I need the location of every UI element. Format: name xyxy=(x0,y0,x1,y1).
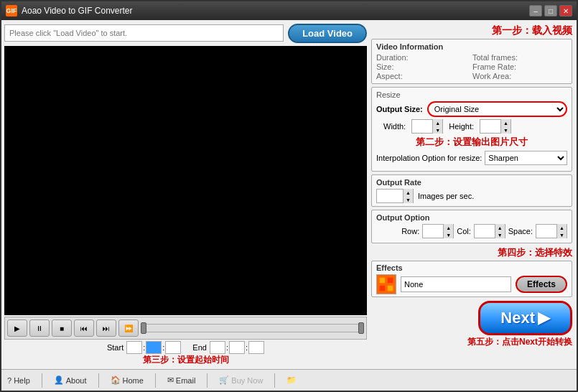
rate-down[interactable]: ▼ xyxy=(403,196,413,203)
title-bar: GIF Aoao Video to GIF Converter – □ ✕ xyxy=(1,1,577,20)
home-link[interactable]: 🏠 Home xyxy=(111,375,144,385)
svg-rect-4 xyxy=(388,286,393,291)
end-sec[interactable]: 00 xyxy=(248,341,264,354)
load-input[interactable] xyxy=(4,24,284,42)
col-up[interactable]: ▲ xyxy=(495,224,505,231)
interp-select[interactable]: Sharpen Bilinear Bicubic xyxy=(485,151,567,165)
buy-icon: 🛒 xyxy=(219,375,229,385)
col-input[interactable]: 5 xyxy=(475,227,495,235)
end-min[interactable]: 00 xyxy=(229,341,245,354)
end-hour[interactable]: 00 xyxy=(210,341,225,354)
size-label: Size: xyxy=(376,62,434,71)
play-button[interactable]: ▶ xyxy=(7,319,27,337)
height-up[interactable]: ▲ xyxy=(500,119,511,126)
start-sep1: : xyxy=(143,343,145,352)
help-label: Help xyxy=(14,376,30,385)
start-time-field: 00 : 00 : 00 xyxy=(126,341,181,354)
time-controls: Start 00 : 00 : 00 End 00 : 00 : 00 xyxy=(4,341,367,354)
height-spinner: 0 ▲ ▼ xyxy=(480,119,511,134)
help-link[interactable]: ? Help xyxy=(7,376,30,385)
main-window: GIF Aoao Video to GIF Converter – □ ✕ Lo… xyxy=(0,0,578,392)
close-btn[interactable]: ✕ xyxy=(559,5,572,17)
total-frames-label: Total frames: xyxy=(472,53,530,62)
height-down[interactable]: ▼ xyxy=(500,126,511,134)
timeline-handle-right[interactable] xyxy=(358,322,364,334)
space-down[interactable]: ▼ xyxy=(556,231,567,238)
folder-link[interactable]: 📁 xyxy=(286,375,297,385)
load-video-button[interactable]: Load Video xyxy=(288,24,367,43)
next-button[interactable]: Next ▶ xyxy=(478,301,572,335)
start-hour[interactable]: 00 xyxy=(126,341,142,354)
resize-section: Resize Output Size: Original Size 320x24… xyxy=(371,87,572,172)
effects-row: None Effects xyxy=(376,274,567,294)
width-spinner: 0 ▲ ▼ xyxy=(411,119,443,134)
width-arrows: ▲ ▼ xyxy=(432,119,442,134)
load-bar: Load Video xyxy=(4,23,367,43)
space-up[interactable]: ▲ xyxy=(556,224,567,231)
width-down[interactable]: ▼ xyxy=(432,126,442,134)
divider1 xyxy=(42,373,42,388)
row-down[interactable]: ▼ xyxy=(443,231,453,238)
output-size-label: Output Size: xyxy=(376,105,423,113)
controls-bar: ▶ ⏸ ■ ⏮ ⏭ ⏩ xyxy=(4,317,367,340)
end-sep1: : xyxy=(226,343,228,352)
row-up[interactable]: ▲ xyxy=(443,224,453,231)
next-frame-button[interactable]: ⏭ xyxy=(96,319,116,337)
frame-rate-label: Frame Rate: xyxy=(472,62,530,71)
email-label: Email xyxy=(176,376,196,385)
end-label: End xyxy=(192,343,207,352)
row-input[interactable]: 5 xyxy=(423,227,443,235)
start-sep2: : xyxy=(162,343,164,352)
rate-input[interactable]: 1.00 xyxy=(377,192,403,200)
video-info-title: Video Information xyxy=(376,42,567,51)
rate-up[interactable]: ▲ xyxy=(403,189,413,196)
maximize-btn[interactable]: □ xyxy=(544,5,557,17)
aspect-value xyxy=(435,72,471,80)
step3-label: 第三步：设置起始时间 xyxy=(4,354,367,366)
stop-button[interactable]: ■ xyxy=(52,319,72,337)
buy-link[interactable]: 🛒 Buy Now xyxy=(219,375,263,385)
output-size-select[interactable]: Original Size 320x240 640x480 xyxy=(427,101,567,117)
pause-button[interactable]: ⏸ xyxy=(29,319,50,337)
width-up[interactable]: ▲ xyxy=(432,119,442,126)
timeline-area[interactable] xyxy=(141,319,364,337)
col-down[interactable]: ▼ xyxy=(495,231,505,238)
minimize-btn[interactable]: – xyxy=(529,5,542,17)
svg-rect-3 xyxy=(380,286,385,291)
svg-rect-2 xyxy=(388,278,393,283)
email-link[interactable]: ✉ Email xyxy=(167,375,196,385)
total-frames-value xyxy=(531,53,567,62)
next-frame2-button[interactable]: ⏩ xyxy=(118,319,139,337)
video-info-section: Video Information Duration: Total frames… xyxy=(371,39,572,84)
row-label: Row: xyxy=(401,227,419,235)
wh-row: Width: 0 ▲ ▼ Height: 0 ▲ ▼ xyxy=(376,119,567,134)
step2-label: 第二步：设置输出图片尺寸 xyxy=(376,136,567,149)
output-size-row: Output Size: Original Size 320x240 640x4… xyxy=(376,101,567,117)
start-sec[interactable]: 00 xyxy=(165,341,181,354)
effects-button[interactable]: Effects xyxy=(516,276,567,293)
about-icon: 👤 xyxy=(54,375,64,385)
effects-thumbnail xyxy=(376,274,396,294)
effects-title: Effects xyxy=(376,263,567,272)
duration-label: Duration: xyxy=(376,53,434,62)
buy-label: Buy Now xyxy=(231,376,263,385)
main-content: Load Video ▶ ⏸ ■ ⏮ ⏭ ⏩ Start xyxy=(1,20,577,369)
divider2 xyxy=(98,373,99,388)
divider3 xyxy=(155,373,156,388)
col-arrows: ▲ ▼ xyxy=(495,224,505,238)
prev-button[interactable]: ⏮ xyxy=(74,319,94,337)
width-input[interactable]: 0 xyxy=(412,122,432,131)
space-input[interactable]: 8 xyxy=(536,227,556,235)
height-input[interactable]: 0 xyxy=(480,122,500,131)
timeline-handle-left[interactable] xyxy=(141,322,146,334)
about-link[interactable]: 👤 About xyxy=(54,375,87,385)
next-label: Next xyxy=(500,309,535,327)
work-area-label: Work Area: xyxy=(472,72,530,80)
rate-row: 1.00 ▲ ▼ Images per sec. xyxy=(376,189,567,203)
start-min[interactable]: 00 xyxy=(146,341,162,354)
step5-label: 第五步：点击Next开始转换 xyxy=(467,336,572,348)
space-arrows: ▲ ▼ xyxy=(556,224,567,238)
height-label: Height: xyxy=(449,122,474,131)
help-icon: ? xyxy=(7,376,11,385)
frame-rate-value xyxy=(531,62,567,71)
